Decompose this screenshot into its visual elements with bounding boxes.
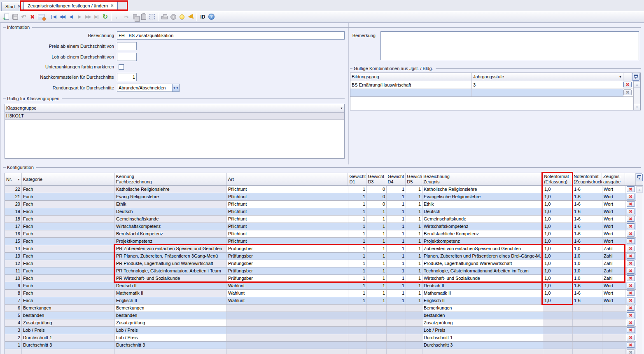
nachkommastellen-input[interactable]: 1 (117, 73, 137, 81)
cell-art[interactable]: Pflichtunt (227, 216, 348, 223)
cell-kennung[interactable]: bestanden (115, 312, 227, 319)
column-header-klassengruppe[interactable]: Klassengruppe▼ (5, 104, 344, 112)
close-icon[interactable]: ✕ (110, 4, 114, 8)
cell-d5[interactable]: 1 (406, 223, 422, 230)
cell-d3[interactable]: 1 (367, 282, 387, 289)
cell-d3[interactable]: 1 (367, 253, 387, 260)
table-row[interactable]: H3KO1T (5, 113, 344, 120)
cell-d1[interactable]: 1 (348, 267, 367, 274)
cell-nf_druck[interactable]: 1-6 (573, 290, 602, 297)
cell-nf_erfassung[interactable]: 1,0 (543, 223, 573, 230)
cell-nf_druck[interactable] (573, 305, 602, 312)
cell-art[interactable]: Prüfungsber (227, 245, 348, 252)
cell-kennung[interactable]: Zusatzprüfung (115, 319, 227, 326)
cut-button[interactable]: ✂ (122, 12, 131, 21)
cell-d4[interactable]: 1 (387, 216, 406, 223)
cell-bezeichnung[interactable]: Berufsfachliche Kompetenz (422, 230, 543, 237)
cell-d1[interactable] (348, 327, 367, 334)
cell-kategorie[interactable]: Fach (22, 253, 115, 260)
first-record-button[interactable]: ◀ (49, 12, 58, 21)
cell-d3[interactable] (367, 305, 387, 312)
cell-bezeichnung[interactable]: Englisch II (422, 297, 543, 304)
cell-kategorie[interactable]: Fach (22, 201, 115, 208)
paste-button[interactable] (139, 12, 148, 21)
cell-nf_erfassung[interactable]: 1,0 (543, 201, 573, 208)
cell-d4[interactable] (387, 305, 406, 312)
cell-kategorie[interactable]: Fach (22, 238, 115, 245)
cell-d5[interactable] (406, 342, 422, 349)
cell-kategorie[interactable]: Fach (22, 267, 115, 274)
cell-nf_erfassung[interactable]: 1,0 (543, 260, 573, 267)
bezeichnung-input[interactable]: FH - BS Zusatzqualifikation (117, 31, 345, 40)
cell-d3[interactable]: 0 (367, 186, 387, 193)
cell-ausgabe[interactable] (602, 305, 625, 312)
delete-row-button[interactable]: ✖ (627, 253, 635, 259)
cell-d1[interactable] (348, 312, 367, 319)
cell-ausgabe[interactable]: Zahl (602, 260, 625, 267)
cell-bildungsgang[interactable] (350, 89, 472, 96)
cell-nr[interactable]: 16 (5, 230, 22, 237)
cell-art[interactable]: Prüfungsber (227, 275, 348, 282)
cell-ausgabe[interactable]: Wort (602, 223, 625, 230)
table-row[interactable]: 9FachDeutsch IIWahlunt1111Deutsch II1,01… (5, 282, 637, 290)
cell-kategorie[interactable]: Fach (22, 223, 115, 230)
delete-row-button[interactable]: ✖ (627, 327, 635, 333)
delete-row-button[interactable]: ✖ (627, 298, 635, 303)
cell-nf_druck[interactable] (573, 342, 602, 349)
help-button[interactable]: ? (207, 12, 216, 21)
cell-nf_druck[interactable]: 1,0 (573, 253, 602, 260)
cell-d1[interactable]: 1 (348, 275, 367, 282)
cell-art[interactable] (227, 312, 348, 319)
column-header-ausgabe[interactable]: Zeugnis-ausgabe (602, 173, 625, 185)
delete-row-button[interactable]: ✖ (627, 216, 635, 222)
cell-kennung[interactable]: Deutsch II (115, 282, 227, 289)
cell-nf_druck[interactable]: 1-6 (573, 216, 602, 223)
cell-kennung[interactable]: Mathematik II (115, 290, 227, 297)
copy-button[interactable] (131, 12, 139, 21)
cell-del[interactable]: ✖ (625, 230, 636, 237)
cell-ausgabe[interactable] (602, 327, 625, 334)
table-row[interactable]: 15FachProjektkompetenzPflichtunt1111Proj… (5, 238, 637, 245)
cell-d5[interactable]: 1 (406, 238, 422, 245)
cell-ausgabe[interactable]: Zahl (602, 275, 625, 282)
cell-d3[interactable]: 0 (367, 201, 387, 208)
cell-bezeichnung[interactable]: Produkte, Lagerhaltungund Warenwirtschaf… (422, 260, 543, 267)
cell-kategorie[interactable]: Zusatzprüfung (22, 319, 115, 326)
cell-ausgabe[interactable]: Wort (602, 208, 625, 215)
form-settings-button[interactable] (37, 12, 45, 21)
cell-d3[interactable]: 1 (367, 275, 387, 282)
select-region-button[interactable] (148, 12, 156, 21)
cell-nr[interactable]: 22 (5, 186, 22, 193)
cell-kennung[interactable]: PR Zubereiten von einfachen Speisen und … (115, 245, 227, 252)
print-button[interactable] (160, 12, 169, 21)
cell-nf_erfassung[interactable]: 1,0 (543, 290, 573, 297)
cell-ausgabe[interactable] (602, 312, 625, 319)
cell-nr[interactable]: 18 (5, 216, 22, 223)
cell-nr[interactable]: 8 (5, 290, 22, 297)
cell-d5[interactable]: 1 (406, 193, 422, 200)
cell-d1[interactable]: 1 (348, 260, 367, 267)
cell-d3[interactable]: 1 (367, 208, 387, 215)
cell-d1[interactable]: 1 (348, 290, 367, 297)
cell-art[interactable]: Wahlunt (227, 282, 348, 289)
delete-row-button[interactable]: ✖ (627, 312, 635, 318)
cell-d1[interactable] (348, 319, 367, 326)
cell-del[interactable]: ✖ (625, 238, 636, 245)
cell-ausgabe[interactable]: Wort (602, 193, 625, 200)
cell-del[interactable]: ✖ (625, 201, 636, 208)
close-icon[interactable]: ✕ (17, 5, 21, 9)
delete-button[interactable]: ✖ (28, 12, 37, 21)
cell-kategorie[interactable]: Durchschnitt 1 (22, 334, 115, 341)
cell-bezeichnung[interactable]: Bemerkungen (422, 305, 543, 312)
cell-d4[interactable]: 1 (387, 275, 406, 282)
cell-d1[interactable]: 1 (348, 282, 367, 289)
column-header-jahrgangsstufe[interactable]: Jahrgangsstufe▼ (472, 73, 623, 81)
cell-del[interactable]: ✖ (625, 282, 636, 289)
cell-d4[interactable] (387, 334, 406, 341)
table-row[interactable]: 13FachPR Planen, Zubereiten, Präsentiere… (5, 253, 637, 260)
cell-d5[interactable] (406, 327, 422, 334)
table-row-selected[interactable]: ✖ (350, 89, 640, 97)
cell-del[interactable]: ✖ (625, 290, 636, 297)
cell-del[interactable]: ✖ (625, 193, 636, 200)
cell-del[interactable]: ✖ (625, 260, 636, 267)
